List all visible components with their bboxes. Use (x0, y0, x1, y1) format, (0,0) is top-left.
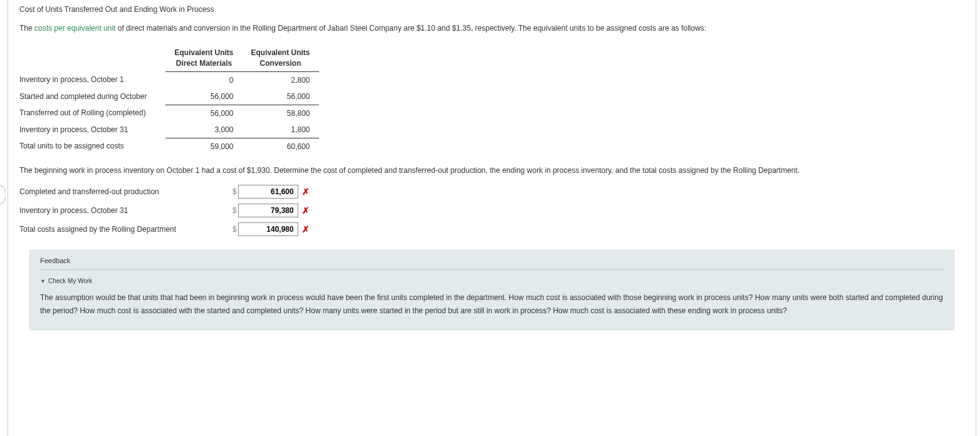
side-tab-handle[interactable] (0, 185, 6, 204)
intro-paragraph: The costs per equivalent unit of direct … (19, 23, 964, 34)
header-line: Conversion (259, 59, 301, 68)
currency-symbol: $ (232, 187, 237, 196)
row-dm: 0 (165, 71, 242, 88)
row-dm: 56,000 (165, 88, 242, 105)
table-row: Started and completed during October 56,… (19, 88, 319, 105)
row-label: Transferred out of Rolling (completed) (19, 105, 165, 122)
table-row: Inventory in process, October 1 0 2,800 (19, 71, 319, 88)
chevron-down-icon: ▼ (40, 278, 46, 284)
row-conv: 2,800 (242, 71, 318, 88)
row-dm: 59,000 (165, 138, 242, 155)
answer-row-completed-transferred: Completed and transferred-out production… (19, 185, 964, 199)
row-dm: 56,000 (165, 105, 242, 122)
row-conv: 58,800 (242, 105, 318, 122)
answer-input-inventory-oct31[interactable] (238, 204, 298, 217)
header-line: Direct Materials (176, 59, 232, 68)
table-row: Total units to be assigned costs 59,000 … (19, 138, 319, 155)
row-conv: 1,800 (242, 122, 318, 138)
row-label: Total units to be assigned costs (19, 138, 165, 155)
instruction-paragraph: The beginning work in process inventory … (19, 165, 964, 176)
check-my-work-label: Check My Work (48, 278, 92, 284)
answer-input-total-costs[interactable] (238, 222, 298, 236)
header-line: Equivalent Units (174, 48, 233, 57)
page-title: Cost of Units Transferred Out and Ending… (19, 5, 964, 14)
intro-text-post: of direct materials and conversion in th… (115, 24, 706, 33)
table-row: Inventory in process, October 31 3,000 1… (19, 122, 319, 138)
answer-label: Completed and transferred-out production (19, 187, 232, 196)
glossary-link-costs-per-equivalent-unit[interactable]: costs per equivalent unit (34, 24, 115, 33)
incorrect-icon: ✗ (302, 224, 310, 234)
incorrect-icon: ✗ (302, 187, 310, 197)
equivalent-units-table: Equivalent Units Direct Materials Equiva… (19, 45, 319, 155)
table-header-conversion: Equivalent Units Conversion (242, 45, 318, 71)
row-label: Started and completed during October (19, 88, 165, 105)
answer-label: Inventory in process, October 31 (19, 206, 232, 215)
table-row: Transferred out of Rolling (completed) 5… (19, 105, 319, 122)
intro-text-pre: The (19, 24, 34, 33)
answer-input-completed-transferred[interactable] (238, 185, 298, 199)
row-label: Inventory in process, October 1 (19, 71, 165, 88)
feedback-title: Feedback (40, 257, 944, 264)
answer-row-total-costs: Total costs assigned by the Rolling Depa… (19, 222, 964, 236)
row-conv: 56,000 (242, 88, 318, 105)
incorrect-icon: ✗ (302, 205, 310, 215)
answer-label: Total costs assigned by the Rolling Depa… (19, 225, 232, 234)
feedback-body: The assumption would be that units that … (40, 291, 944, 318)
currency-symbol: $ (232, 206, 237, 215)
check-my-work-toggle[interactable]: ▼ Check My Work (40, 278, 92, 284)
row-conv: 60,600 (242, 138, 318, 155)
question-panel: Cost of Units Transferred Out and Ending… (8, 0, 976, 436)
table-header-direct-materials: Equivalent Units Direct Materials (165, 45, 242, 71)
row-dm: 3,000 (165, 122, 242, 138)
row-label: Inventory in process, October 31 (19, 122, 165, 138)
divider (40, 269, 944, 270)
header-line: Equivalent Units (251, 48, 310, 57)
answer-row-inventory-oct31: Inventory in process, October 31 $ ✗ (19, 204, 964, 217)
answer-section: Completed and transferred-out production… (19, 185, 964, 236)
feedback-panel: Feedback ▼ Check My Work The assumption … (29, 250, 954, 330)
currency-symbol: $ (232, 225, 237, 234)
